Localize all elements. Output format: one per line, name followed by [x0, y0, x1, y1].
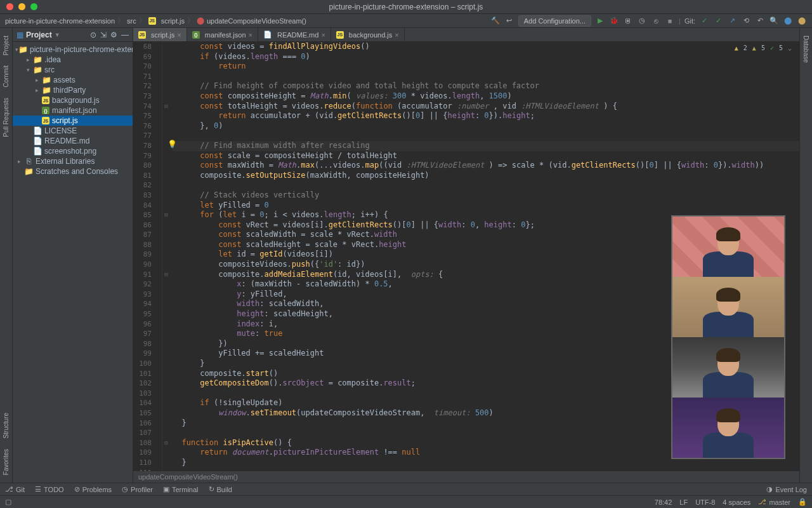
tab-close-icon[interactable]: × — [249, 31, 252, 39]
pip-overlay-window[interactable] — [671, 215, 785, 459]
git-history-icon[interactable]: ⟲ — [741, 16, 751, 26]
editor-tab[interactable]: 📄README.md× — [258, 28, 331, 41]
breadcrumb-file[interactable]: script.js — [161, 17, 185, 25]
file-icon: 📄 — [263, 30, 272, 39]
maximize-window-button[interactable] — [30, 3, 37, 10]
minimize-window-button[interactable] — [18, 3, 25, 10]
library-icon: ⎘ — [24, 157, 33, 166]
run-icon[interactable]: ▶ — [595, 16, 605, 26]
tree-item-label: screenshot.png — [44, 147, 96, 156]
breadcrumb-project[interactable]: picture-in-picture-chrome-extension — [5, 17, 115, 25]
tool-event-log[interactable]: ◑Event Log — [766, 485, 807, 493]
tree-arrow-icon[interactable]: ▸ — [36, 77, 42, 83]
git-commit-icon[interactable]: ✓ — [713, 16, 723, 26]
caret-position[interactable]: 78:42 — [655, 498, 672, 506]
breadcrumb-folder[interactable]: src — [127, 17, 136, 25]
file-encoding[interactable]: UTF-8 — [695, 498, 715, 506]
tool-profiler[interactable]: ◷Profiler — [122, 485, 153, 493]
tree-item[interactable]: ▾📁src — [13, 65, 133, 75]
breadcrumb-function[interactable]: updateCompositeVideoStream() — [207, 17, 306, 25]
attach-icon[interactable]: ⎋ — [651, 16, 661, 26]
tool-rail-favorites[interactable]: Favorites — [3, 444, 10, 480]
tree-item[interactable]: JSscript.js — [13, 116, 133, 126]
panel-settings-icon[interactable]: ⚙ — [110, 30, 117, 39]
tree-item[interactable]: 📁Scratches and Consoles — [13, 166, 133, 177]
tree-arrow-icon[interactable]: ▸ — [27, 57, 33, 63]
git-push-icon[interactable]: ↗ — [727, 16, 737, 26]
tree-arrow-icon[interactable]: ▾ — [27, 67, 33, 73]
lock-icon[interactable]: 🔒 — [798, 498, 807, 506]
tree-item-label: picture-in-picture-chrome-extension — [30, 45, 133, 54]
project-select-icon[interactable]: ▦ — [16, 30, 23, 39]
tab-label: script.js — [151, 31, 174, 39]
hide-panel-icon[interactable]: — — [121, 30, 129, 39]
tree-arrow-icon[interactable]: ▸ — [36, 87, 42, 93]
tab-close-icon[interactable]: × — [177, 31, 181, 39]
editor-body[interactable]: 68 69 70 71 72 73 74 75 76 77 78 79 80 8… — [133, 42, 799, 471]
file-icon: 📄 — [33, 126, 42, 135]
tool-todo[interactable]: ☰TODO — [35, 485, 64, 493]
chevron-down-icon[interactable]: ⌄ — [788, 44, 792, 51]
navigation-bar: picture-in-picture-chrome-extension 〉 sr… — [0, 14, 812, 28]
indent-settings[interactable]: 4 spaces — [723, 498, 750, 506]
tab-close-icon[interactable]: × — [395, 31, 398, 39]
line-separator[interactable]: LF — [679, 498, 688, 506]
settings-icon[interactable]: ⬤ — [783, 16, 793, 26]
tree-item[interactable]: ▸📁assets — [13, 75, 133, 85]
tool-terminal[interactable]: ▣Terminal — [163, 485, 199, 493]
inspections-widget[interactable]: ▲2 ▲5 ✓5 ⌄ — [735, 44, 792, 51]
tree-item[interactable]: 📄LICENSE — [13, 126, 133, 136]
tree-item[interactable]: ▾📁picture-in-picture-chrome-extension — [13, 44, 133, 55]
right-tool-rail: Database — [799, 28, 812, 483]
tree-item[interactable]: ▸📁.idea — [13, 55, 133, 65]
tree-item[interactable]: ▸⎘External Libraries — [13, 156, 133, 166]
todo-icon: ☰ — [35, 485, 41, 493]
editor-tab[interactable]: {}manifest.json× — [187, 28, 258, 41]
coverage-icon[interactable]: ⛨ — [623, 16, 633, 26]
breadcrumb-separator: 〉 — [139, 16, 146, 25]
fold-gutter[interactable]: ⊟ ⊟ ⊟ ⊟ — [162, 42, 170, 471]
expand-all-icon[interactable]: ⇲ — [100, 30, 107, 39]
select-opened-file-icon[interactable]: ⊙ — [90, 30, 96, 39]
build-icon[interactable]: 🔨 — [490, 16, 501, 26]
nav-back-icon[interactable]: ↩ — [504, 16, 514, 26]
js-icon: JS — [148, 17, 156, 25]
tool-build[interactable]: ↻Build — [209, 485, 232, 493]
git-rollback-icon[interactable]: ↶ — [755, 16, 765, 26]
profile-icon[interactable]: ◷ — [637, 16, 647, 26]
tree-item[interactable]: ▸📁thirdParty — [13, 85, 133, 95]
tool-rail-pull-requests[interactable]: Pull Requests — [3, 93, 10, 142]
search-everywhere-icon[interactable]: 🔍 — [769, 16, 779, 26]
editor-tab[interactable]: JSbackground.js× — [331, 28, 405, 41]
tab-close-icon[interactable]: × — [321, 31, 325, 39]
tree-item[interactable]: {}manifest.json — [13, 105, 133, 116]
tree-item[interactable]: 📄screenshot.png — [13, 146, 133, 156]
tree-item[interactable]: 📄README.md — [13, 136, 133, 146]
run-configuration-dropdown[interactable]: Add Configuration... — [518, 15, 591, 27]
tool-problems[interactable]: ⊘Problems — [74, 485, 112, 493]
tree-arrow-icon[interactable]: ▸ — [18, 158, 24, 164]
status-menu-icon[interactable]: ▢ — [5, 498, 11, 506]
tool-git[interactable]: ⎇Git — [5, 485, 25, 493]
weak-warning-icon: ▲ — [752, 44, 756, 51]
pip-video-frame — [672, 277, 784, 337]
weak-warning-count: 5 — [761, 44, 765, 51]
ide-features-icon[interactable]: ⬤ — [797, 16, 807, 26]
intention-bulb-icon[interactable]: 💡 — [167, 140, 177, 149]
stop-icon[interactable]: ■ — [665, 16, 675, 26]
tool-rail-structure[interactable]: Structure — [3, 408, 10, 444]
editor-footer-text[interactable]: updateCompositeVideoStream() — [138, 473, 238, 481]
tool-rail-database[interactable]: Database — [802, 30, 809, 68]
close-window-button[interactable] — [6, 3, 13, 10]
js-file-icon: JS — [138, 31, 146, 39]
debug-icon[interactable]: 🐞 — [609, 16, 619, 26]
git-update-icon[interactable]: ✓ — [699, 16, 709, 26]
git-branch[interactable]: ⎇master — [758, 498, 790, 506]
tool-rail-commit[interactable]: Commit — [3, 60, 10, 92]
tool-rail-project[interactable]: Project — [3, 30, 10, 60]
json-file-icon: {} — [192, 31, 200, 39]
branch-icon: ⎇ — [758, 498, 766, 506]
line-number-gutter[interactable]: 68 69 70 71 72 73 74 75 76 77 78 79 80 8… — [133, 42, 162, 471]
tree-item[interactable]: JSbackground.js — [13, 95, 133, 105]
editor-tab[interactable]: JSscript.js× — [133, 28, 187, 41]
